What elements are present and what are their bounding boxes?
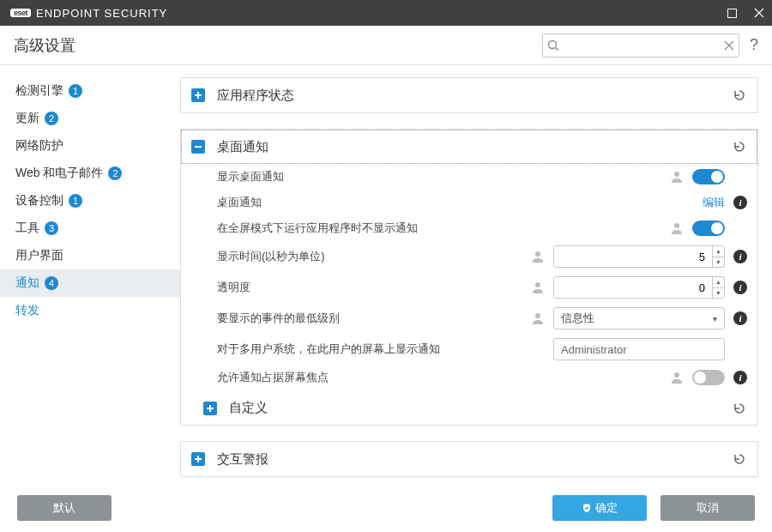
- row-label: 要显示的事件的最低级别: [217, 311, 500, 326]
- spin-up-icon[interactable]: ▲: [713, 277, 724, 288]
- sidebar: 检测引擎 1 更新 2 网络防护 Web 和电子邮件 2 设备控制 1 工具 3…: [0, 65, 180, 484]
- row-label: 显示桌面通知: [217, 169, 500, 184]
- spin-down-icon[interactable]: ▼: [713, 257, 724, 268]
- footer: 默认 确定 取消: [0, 484, 772, 532]
- sidebar-badge: 1: [69, 84, 82, 98]
- opacity-input[interactable]: [554, 277, 712, 298]
- spacer: [733, 342, 747, 356]
- user-icon: [531, 281, 545, 294]
- search-icon: [547, 39, 559, 51]
- page-title: 高级设置: [14, 35, 75, 56]
- sidebar-badge: 1: [69, 194, 82, 208]
- titlebar: eset ENDPOINT SECURITY: [0, 0, 772, 26]
- panel-title: 交互警报: [217, 451, 268, 468]
- svg-point-3: [674, 223, 679, 228]
- row-label: 在全屏模式下运行应用程序时不显示通知: [217, 221, 500, 236]
- sidebar-item-tools[interactable]: 工具 3: [0, 215, 180, 242]
- main-content: 应用程序状态 桌面通知 显示桌面通知: [180, 65, 772, 484]
- sidebar-item-device[interactable]: 设备控制 1: [0, 187, 180, 215]
- panel-title: 应用程序状态: [217, 88, 294, 104]
- undo-icon[interactable]: [732, 451, 747, 467]
- row-label: 允许通知占据屏幕焦点: [217, 370, 500, 385]
- expand-icon: [203, 402, 217, 415]
- sidebar-item-label: 网络防护: [15, 138, 63, 154]
- level-select[interactable]: 信息性 ▾: [553, 307, 725, 329]
- ok-button[interactable]: 确定: [552, 495, 647, 521]
- sidebar-item-label: 转发: [15, 303, 39, 318]
- svg-point-1: [548, 40, 556, 48]
- sidebar-item-web-email[interactable]: Web 和电子邮件 2: [0, 160, 180, 187]
- info-icon[interactable]: i: [733, 371, 747, 384]
- panel-header-app-status[interactable]: 应用程序状态: [181, 78, 757, 112]
- user-icon: [531, 250, 545, 263]
- info-icon[interactable]: i: [733, 311, 747, 325]
- spacer: [733, 221, 747, 235]
- sidebar-item-update[interactable]: 更新 2: [0, 105, 180, 132]
- svg-rect-0: [727, 9, 736, 17]
- sidebar-item-label: 工具: [15, 221, 39, 236]
- duration-stepper[interactable]: ▲▼: [553, 245, 725, 268]
- row-label: 显示时间(以秒为单位): [217, 249, 500, 264]
- sidebar-item-ui[interactable]: 用户界面: [0, 242, 180, 269]
- row-label: 桌面通知: [217, 195, 500, 210]
- row-duration: 显示时间(以秒为单位) ▲▼ i: [181, 241, 757, 272]
- expand-icon: [191, 88, 205, 102]
- sidebar-subitem-notifications[interactable]: 通知 4: [0, 269, 180, 297]
- expand-icon: [191, 452, 205, 466]
- row-opacity: 透明度 ▲▼ i: [181, 272, 757, 303]
- info-icon[interactable]: i: [733, 196, 747, 209]
- info-icon[interactable]: i: [733, 281, 747, 294]
- sidebar-badge: 4: [45, 276, 58, 290]
- row-min-level: 要显示的事件的最低级别 信息性 ▾ i: [181, 303, 757, 334]
- user-icon: [670, 170, 684, 184]
- undo-icon[interactable]: [732, 401, 747, 416]
- spin-up-icon[interactable]: ▲: [713, 246, 724, 257]
- sidebar-item-label: 通知: [15, 275, 39, 291]
- default-button[interactable]: 默认: [17, 495, 112, 521]
- spin-down-icon[interactable]: ▼: [713, 288, 724, 299]
- duration-input[interactable]: [554, 246, 712, 267]
- sidebar-item-label: 检测引擎: [15, 83, 63, 99]
- svg-point-5: [535, 282, 540, 287]
- panel-header-interactive[interactable]: 交互警报: [181, 442, 757, 476]
- row-fullscreen-suppress: 在全屏模式下运行应用程序时不显示通知: [181, 215, 757, 241]
- help-icon[interactable]: ?: [750, 36, 758, 54]
- brand-badge: eset: [10, 9, 31, 17]
- sidebar-item-detection[interactable]: 检测引擎 1: [0, 77, 180, 105]
- undo-icon[interactable]: [732, 88, 747, 103]
- panel-interactive-alerts: 交互警报: [180, 441, 758, 477]
- user-icon: [670, 371, 684, 384]
- sidebar-item-network[interactable]: 网络防护: [0, 132, 180, 160]
- sidebar-item-label: 更新: [15, 111, 39, 126]
- toggle-focus[interactable]: [692, 370, 725, 385]
- window-close-icon[interactable]: [753, 7, 765, 19]
- panel-header-desktop[interactable]: 桌面通知: [181, 130, 757, 164]
- search-input[interactable]: [542, 33, 739, 57]
- opacity-stepper[interactable]: ▲▼: [553, 276, 725, 299]
- svg-point-2: [674, 172, 679, 177]
- row-focus: 允许通知占据屏幕焦点 i: [181, 365, 757, 390]
- svg-point-7: [674, 372, 679, 378]
- edit-link[interactable]: 编辑: [703, 195, 725, 210]
- multiuser-input[interactable]: [553, 338, 725, 360]
- toggle-show-notifications[interactable]: [692, 169, 725, 184]
- chevron-down-icon: ▾: [713, 314, 717, 323]
- subpanel-header-custom[interactable]: 自定义: [181, 390, 757, 425]
- sidebar-item-label: 用户界面: [15, 248, 63, 263]
- sidebar-subitem-forward[interactable]: 转发: [0, 297, 180, 324]
- button-label: 取消: [697, 500, 719, 516]
- info-icon[interactable]: i: [733, 250, 747, 263]
- cancel-button[interactable]: 取消: [660, 495, 755, 521]
- window-maximize-icon[interactable]: [726, 7, 738, 19]
- row-multiuser: 对于多用户系统，在此用户的屏幕上显示通知: [181, 334, 757, 365]
- panel-desktop-notifications: 桌面通知 显示桌面通知 桌面通知 编辑 i: [180, 129, 758, 426]
- search-clear-icon[interactable]: [724, 40, 734, 51]
- row-show-notifications: 显示桌面通知: [181, 164, 757, 190]
- sidebar-badge: 2: [108, 166, 122, 180]
- toggle-fullscreen-suppress[interactable]: [692, 221, 725, 236]
- undo-icon[interactable]: [732, 139, 747, 154]
- header: 高级设置 ?: [0, 26, 772, 65]
- panel-title: 桌面通知: [217, 139, 268, 155]
- svg-point-4: [535, 251, 540, 257]
- user-icon: [670, 221, 684, 235]
